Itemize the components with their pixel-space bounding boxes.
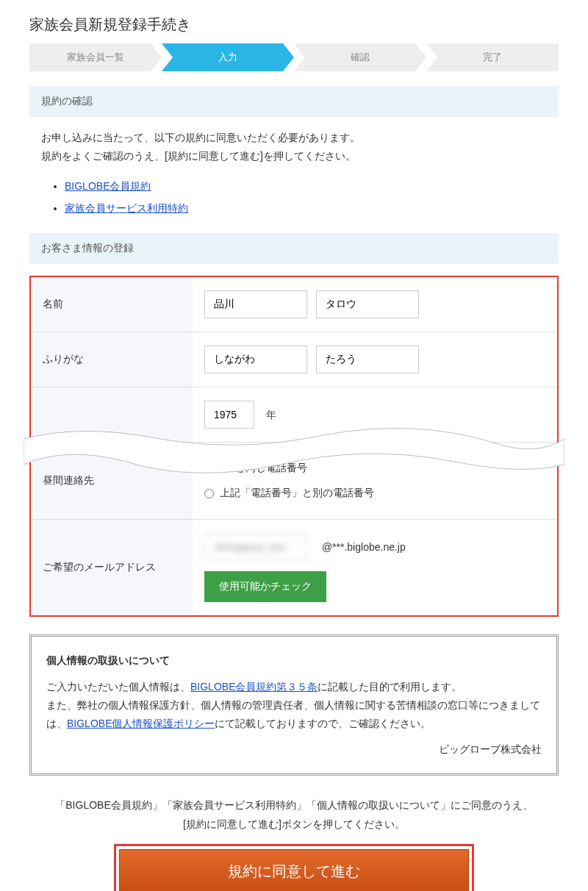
contact-radio-same-label: 番号」と同じ電話番号	[204, 462, 307, 475]
birthyear-label	[31, 387, 193, 442]
email-label: ご希望のメールアドレス	[31, 520, 193, 615]
year-suffix: 年	[266, 409, 276, 421]
email-input[interactable]	[204, 533, 307, 561]
check-availability-button[interactable]: 使用可能かチェック	[204, 571, 326, 602]
privacy-link-article35[interactable]: BIGLOBE会員規約第３５条	[190, 681, 318, 693]
privacy-text: ご入力いただいた個人情報は、	[46, 681, 190, 693]
agree-button-outline: 規約に同意して進む	[114, 844, 474, 891]
privacy-title: 個人情報の取扱いについて	[46, 651, 542, 670]
terms-header: 規約の確認	[29, 86, 559, 117]
page-title: 家族会員新規登録手続き	[29, 15, 559, 35]
furigana-last-input[interactable]	[204, 346, 307, 373]
agree-note: 「BIGLOBE会員規約」「家族会員サービス利用特約」「個人情報の取扱いについて…	[29, 796, 559, 833]
customer-header: お客さま情報の登録	[29, 233, 559, 264]
terms-intro: お申し込みに当たって、以下の規約に同意いただく必要があります。 規約をよくご確認…	[29, 129, 559, 180]
privacy-text: に記載した目的で利用します。	[318, 681, 462, 693]
name-last-input[interactable]	[204, 290, 307, 318]
step-input: 入力	[162, 43, 294, 71]
privacy-company: ビッグローブ株式会社	[46, 740, 542, 759]
name-label: 名前	[31, 277, 193, 332]
step-confirm: 確認	[294, 43, 426, 71]
contact-label: 昼間連絡先	[31, 443, 193, 519]
year-input[interactable]	[204, 401, 254, 429]
contact-radio-diff-label: 上記「電話番号」と別の電話番号	[220, 487, 374, 500]
form-section: 名前 ふりがな 年	[29, 276, 559, 617]
email-domain: @***.biglobe.ne.jp	[322, 541, 406, 553]
privacy-text: にて記載しておりますので、ご確認ください。	[215, 718, 431, 729]
terms-intro-line: 規約をよくご確認のうえ、[規約に同意して進む]を押してください。	[41, 147, 547, 165]
terms-list: BIGLOBE会員規約 家族会員サービス利用特約	[29, 180, 559, 215]
terms-link-family[interactable]: 家族会員サービス利用特約	[65, 202, 188, 214]
furigana-first-input[interactable]	[316, 346, 419, 373]
privacy-box: 個人情報の取扱いについて ご入力いただいた個人情報は、BIGLOBE会員規約第３…	[29, 634, 559, 776]
furigana-label: ふりがな	[31, 332, 193, 387]
privacy-link-policy[interactable]: BIGLOBE個人情報保護ポリシー	[67, 718, 215, 729]
agree-note-line: [規約に同意して進む]ボタンを押してください。	[29, 815, 559, 834]
step-list: 家族会員一覧	[29, 43, 162, 71]
agree-proceed-button[interactable]: 規約に同意して進む	[119, 849, 469, 891]
contact-radio-diff[interactable]	[204, 489, 214, 498]
stepper: 家族会員一覧 入力 確認 完了	[29, 43, 559, 71]
terms-link-biglobe[interactable]: BIGLOBE会員規約	[65, 180, 151, 192]
agree-note-line: 「BIGLOBE会員規約」「家族会員サービス利用特約」「個人情報の取扱いについて…	[29, 796, 559, 815]
terms-intro-line: お申し込みに当たって、以下の規約に同意いただく必要があります。	[41, 129, 547, 147]
step-done: 完了	[426, 43, 559, 71]
name-first-input[interactable]	[316, 290, 419, 318]
